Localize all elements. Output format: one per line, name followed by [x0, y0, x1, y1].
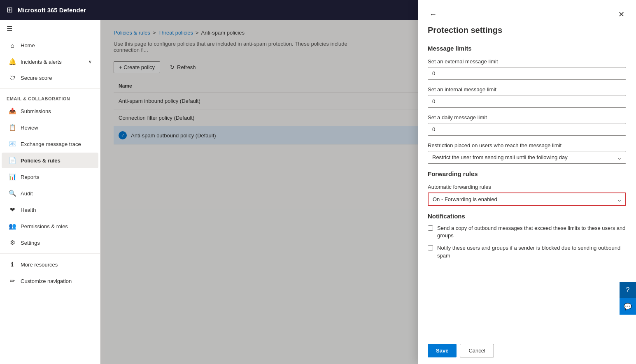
gear-icon: ⚙: [8, 239, 16, 246]
forwarding-heading: Forwarding rules: [428, 170, 626, 177]
sidebar-item-health[interactable]: ❤ Health: [2, 202, 98, 218]
floating-chat-icon: 💬: [624, 303, 632, 311]
external-limit-input[interactable]: [428, 67, 626, 80]
sidebar-item-exchange-message-trace[interactable]: 📧 Exchange message trace: [2, 136, 98, 152]
side-panel: ← ✕ Protection settings Message limits S…: [418, 0, 636, 364]
auto-forwarding-label: Automatic forwarding rules: [428, 184, 626, 190]
auto-forwarding-select[interactable]: On - Forwarding is enabled Off - Forward…: [428, 192, 626, 206]
floating-chat-button[interactable]: 💬: [620, 298, 636, 315]
home-icon: ⌂: [8, 42, 16, 49]
info-icon: ℹ: [8, 261, 16, 268]
incidents-icon: 🔔: [8, 58, 16, 65]
auto-forwarding-select-wrapper: On - Forwarding is enabled Off - Forward…: [428, 192, 626, 206]
sidebar-section-email: Email & collaboration: [0, 91, 100, 103]
sidebar-item-incidents[interactable]: 🔔 Incidents & alerts ∨: [2, 54, 98, 70]
checkbox-notify-blocked[interactable]: [428, 245, 433, 250]
restriction-select-wrapper: Restrict the user from sending mail unti…: [428, 151, 626, 164]
external-limit-label: Set an external message limit: [428, 58, 626, 65]
floating-buttons: ? 💬: [620, 282, 636, 315]
floating-help-icon: ?: [626, 286, 630, 294]
sidebar: ☰ ⌂ Home 🔔 Incidents & alerts ∨ 🛡 Secure…: [0, 20, 100, 364]
internal-limit-input[interactable]: [428, 95, 626, 108]
notifications-heading: Notifications: [428, 213, 626, 220]
restriction-field: Restriction placed on users who reach th…: [428, 142, 626, 164]
message-limits-heading: Message limits: [428, 45, 626, 52]
external-limit-field: Set an external message limit: [428, 58, 626, 80]
sidebar-toggle[interactable]: ☰: [0, 20, 100, 37]
sidebar-item-submissions[interactable]: 📤 Submissions: [2, 103, 98, 119]
panel-title: Protection settings: [418, 21, 636, 42]
checkbox-row-1: Send a copy of outbound messages that ex…: [428, 225, 626, 239]
edit-icon: ✏: [8, 277, 16, 285]
save-button[interactable]: Save: [428, 344, 457, 357]
daily-limit-input[interactable]: [428, 123, 626, 136]
checkbox-row-2: Notify these users and groups if a sende…: [428, 244, 626, 259]
reports-icon: 📊: [8, 173, 16, 181]
panel-body: Message limits Set an external message l…: [418, 42, 636, 330]
floating-help-button[interactable]: ?: [620, 282, 636, 298]
daily-limit-label: Set a daily message limit: [428, 114, 626, 121]
checkbox-outbound-label: Send a copy of outbound messages that ex…: [437, 225, 626, 239]
panel-header: ← ✕: [418, 0, 636, 21]
sidebar-item-secure-score[interactable]: 🛡 Secure score: [2, 70, 98, 86]
sidebar-divider-2: [0, 253, 100, 254]
policies-icon: 📄: [8, 157, 16, 164]
checkbox-notify-label: Notify these users and groups if a sende…: [437, 244, 626, 259]
sidebar-item-reports[interactable]: 📊 Reports: [2, 169, 98, 185]
cancel-button[interactable]: Cancel: [460, 344, 494, 357]
sidebar-item-permissions[interactable]: 👥 Permissions & roles: [2, 218, 98, 234]
sidebar-item-customize[interactable]: ✏ Customize navigation: [2, 273, 98, 289]
forwarding-section: Forwarding rules Automatic forwarding ru…: [428, 170, 626, 206]
sidebar-item-policies-rules[interactable]: 📄 Policies & rules: [2, 153, 98, 168]
notifications-section: Notifications Send a copy of outbound me…: [428, 213, 626, 260]
sidebar-item-settings[interactable]: ⚙ Settings: [2, 235, 98, 250]
auto-forwarding-field: Automatic forwarding rules On - Forwardi…: [428, 184, 626, 206]
sidebar-item-review[interactable]: 📋 Review: [2, 120, 98, 135]
sidebar-item-more-resources[interactable]: ℹ More resources: [2, 257, 98, 272]
chevron-down-icon: ∨: [89, 59, 92, 65]
waffle-icon[interactable]: ⊞: [7, 5, 13, 14]
restriction-select[interactable]: Restrict the user from sending mail unti…: [428, 151, 626, 164]
panel-footer: Save Cancel: [418, 337, 636, 364]
permissions-icon: 👥: [8, 223, 16, 230]
shield-icon: 🛡: [8, 74, 16, 81]
panel-close-button[interactable]: ✕: [617, 8, 626, 21]
sidebar-item-home[interactable]: ⌂ Home: [2, 38, 98, 53]
sidebar-item-audit[interactable]: 🔍 Audit: [2, 185, 98, 201]
panel-back-button[interactable]: ←: [428, 9, 438, 21]
internal-limit-label: Set an internal message limit: [428, 86, 626, 93]
internal-limit-field: Set an internal message limit: [428, 86, 626, 108]
sidebar-divider-1: [0, 88, 100, 89]
health-icon: ❤: [8, 206, 16, 213]
submissions-icon: 📤: [8, 107, 16, 115]
exchange-icon: 📧: [8, 140, 16, 148]
restriction-label: Restriction placed on users who reach th…: [428, 142, 626, 148]
review-icon: 📋: [8, 124, 16, 131]
checkbox-outbound-copy[interactable]: [428, 225, 433, 231]
daily-limit-field: Set a daily message limit: [428, 114, 626, 136]
audit-icon: 🔍: [8, 190, 16, 197]
